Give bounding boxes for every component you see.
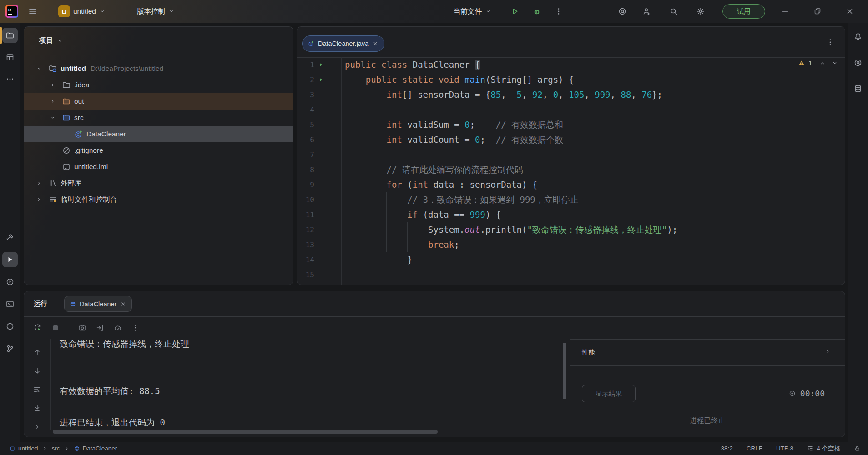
close-icon[interactable] xyxy=(845,7,854,16)
encoding-widget[interactable]: UTF-8 xyxy=(776,445,793,452)
tree-item[interactable]: untitled.iml xyxy=(24,159,293,175)
tree-item-label: DataCleaner xyxy=(86,130,126,138)
terminal-button[interactable] xyxy=(2,296,18,312)
soft-wrap-icon[interactable] xyxy=(33,385,41,394)
play-icon[interactable] xyxy=(510,7,520,16)
editor-code-area[interactable]: 1public class DataCleaner {2 public stat… xyxy=(297,57,845,285)
console-vertical-scrollbar[interactable] xyxy=(563,343,566,399)
run-config-selector[interactable]: 当前文件 xyxy=(454,0,491,23)
breadcrumb-item[interactable]: CDataCleaner xyxy=(74,445,117,452)
arrow-down-icon[interactable] xyxy=(33,367,41,375)
tree-item[interactable]: untitledD:\IdeaProjects\untitled xyxy=(24,60,293,77)
maximize-icon[interactable] xyxy=(813,7,822,16)
run-line-gutter-icon[interactable] xyxy=(314,57,327,72)
lock-widget[interactable] xyxy=(854,445,861,452)
chevron-right-icon[interactable] xyxy=(36,180,42,186)
run-line-gutter-icon[interactable] xyxy=(314,72,327,87)
chevron-right-icon[interactable] xyxy=(825,349,831,355)
console-line: 致命错误：传感器掉线，终止处理 xyxy=(60,336,560,352)
tree-item[interactable]: 临时文件和控制台 xyxy=(24,191,293,208)
tree-item[interactable]: .idea xyxy=(24,77,293,93)
chevron-right-icon[interactable] xyxy=(50,82,62,88)
toolbar-divider xyxy=(69,323,69,333)
project-panel-header[interactable]: 项目 xyxy=(39,36,63,45)
ai-assistant-icon[interactable] xyxy=(618,7,627,16)
iml-file-icon xyxy=(62,162,71,171)
gutter-spacer xyxy=(314,177,327,192)
chevron-right-icon[interactable] xyxy=(36,196,48,203)
line-number: 1 xyxy=(297,57,314,72)
code-text: // 请在此处编写你的流程控制代码 xyxy=(345,162,523,177)
chevron-right-icon[interactable] xyxy=(36,180,48,186)
chevron-down-icon[interactable] xyxy=(36,65,42,72)
more-button[interactable] xyxy=(2,71,18,87)
gear-icon[interactable] xyxy=(696,7,705,16)
breadcrumb-item[interactable]: untitled xyxy=(9,445,38,452)
chevron-down-icon[interactable] xyxy=(50,115,62,121)
close-icon[interactable] xyxy=(120,301,126,307)
more-icon xyxy=(5,75,15,84)
gutter-gap xyxy=(327,72,345,87)
kebab-icon[interactable] xyxy=(131,323,140,332)
main-menu-button[interactable] xyxy=(28,0,37,23)
tree-item[interactable]: CDataCleaner xyxy=(24,126,293,142)
run-icon[interactable] xyxy=(318,62,324,68)
chevron-right-icon[interactable] xyxy=(50,98,56,105)
close-icon[interactable] xyxy=(372,40,378,47)
editor-tab-datacleaner[interactable]: C DataCleaner.java xyxy=(302,35,384,52)
problems-button[interactable] xyxy=(2,319,18,334)
indent-widget[interactable]: 4 个空格 xyxy=(807,445,840,453)
add-user-icon[interactable] xyxy=(642,7,651,16)
import-console-icon[interactable] xyxy=(96,323,105,332)
search-icon[interactable] xyxy=(669,7,678,16)
run-tab-datacleaner[interactable]: DataCleaner xyxy=(64,296,132,312)
scroll-end-icon[interactable] xyxy=(33,404,41,412)
vcs-widget[interactable]: 版本控制 xyxy=(137,0,175,23)
tree-item[interactable]: src xyxy=(24,110,293,126)
tree-item[interactable]: out xyxy=(24,93,293,110)
line-number: 11 xyxy=(297,207,314,222)
rerun-icon[interactable] xyxy=(33,323,42,332)
gutter-gap xyxy=(327,207,345,222)
trial-button[interactable]: 试用 xyxy=(722,0,765,23)
chevron-right-icon[interactable] xyxy=(33,423,41,431)
stop-icon[interactable] xyxy=(51,323,60,332)
show-result-button[interactable]: 显示结果 xyxy=(582,385,636,402)
run-tab-label: DataCleaner xyxy=(80,300,116,308)
line-ending-widget[interactable]: CRLF xyxy=(747,445,762,452)
caret-position-widget[interactable]: 38:2 xyxy=(721,445,732,452)
folder-button[interactable] xyxy=(2,28,18,43)
build-button[interactable] xyxy=(2,230,18,245)
build-icon xyxy=(5,233,15,242)
bell-button[interactable] xyxy=(850,29,866,45)
run-button[interactable] xyxy=(2,252,18,267)
svg-text:C: C xyxy=(76,447,78,450)
structure-button[interactable] xyxy=(2,50,18,65)
gutter-gap xyxy=(327,177,345,192)
debug-icon[interactable] xyxy=(532,7,541,16)
run-icon[interactable] xyxy=(318,77,324,83)
gauge-icon[interactable] xyxy=(113,323,122,332)
gutter-spacer xyxy=(314,132,327,147)
database-button[interactable] xyxy=(850,81,866,96)
editor-options-kebab-icon[interactable] xyxy=(826,38,835,47)
camera-icon[interactable] xyxy=(78,323,87,332)
tree-item[interactable]: 外部库 xyxy=(24,175,293,191)
console-output[interactable]: 致命错误：传感器掉线，终止处理--------------------有效数据的… xyxy=(60,336,560,430)
services-button[interactable] xyxy=(2,274,18,290)
project-widget[interactable]: U untitled xyxy=(58,0,106,23)
chevron-right-icon[interactable] xyxy=(50,82,56,88)
console-horizontal-scrollbar[interactable] xyxy=(53,430,438,434)
ai-assistant-button[interactable] xyxy=(850,55,866,70)
breadcrumb-item[interactable]: src xyxy=(52,445,60,452)
arrow-up-icon[interactable] xyxy=(33,348,41,356)
chevron-down-icon[interactable] xyxy=(50,115,56,121)
git-branch-button[interactable] xyxy=(2,341,18,356)
minimize-icon[interactable] xyxy=(781,7,790,16)
chevron-right-icon[interactable] xyxy=(50,98,62,105)
chevron-down-icon[interactable] xyxy=(36,65,48,72)
chevron-right-icon[interactable] xyxy=(36,196,42,203)
tree-item-label: src xyxy=(74,114,84,122)
tree-item[interactable]: .gitignore xyxy=(24,142,293,159)
kebab-icon[interactable] xyxy=(554,7,563,16)
